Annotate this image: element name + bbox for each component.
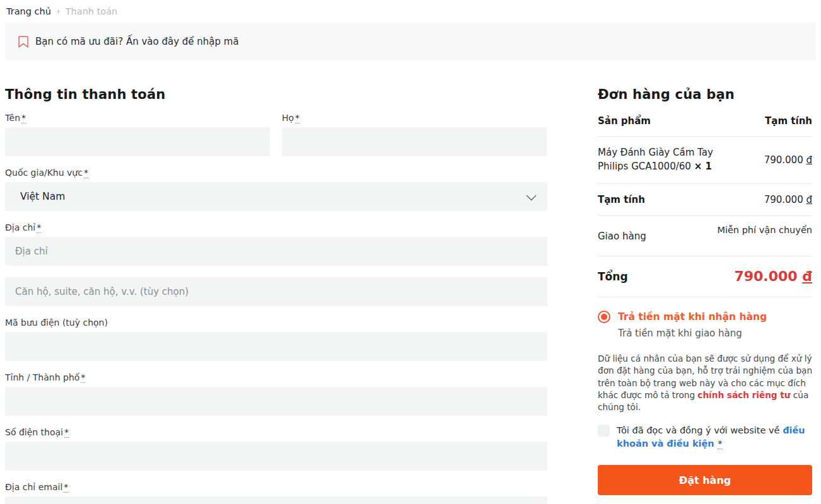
total-row: Tổng 790.000 đ: [598, 256, 812, 297]
currency-symbol: đ: [802, 268, 812, 284]
terms-text: Tôi đã đọc và đồng ý với website về điều…: [617, 424, 812, 450]
place-order-button[interactable]: Đặt hàng: [598, 465, 812, 495]
breadcrumb-current: Thanh toán: [66, 6, 118, 16]
required-mark: *: [295, 113, 300, 123]
product-quantity: × 1: [694, 161, 712, 172]
postcode-input[interactable]: [5, 332, 547, 361]
product-price: 790.000 đ: [764, 154, 812, 166]
currency-symbol: đ: [806, 194, 812, 205]
coupon-notice-bar[interactable]: Bạn có mã ưu đãi? Ấn vào đây để nhập mã: [5, 23, 816, 60]
first-name-input[interactable]: [5, 127, 270, 156]
country-select[interactable]: Việt Nam: [5, 182, 547, 211]
required-mark: *: [21, 113, 26, 123]
product-column-header: Sản phẩm: [598, 115, 651, 127]
cod-label[interactable]: Trả tiền mặt khi nhận hàng: [618, 311, 767, 323]
currency-symbol: đ: [806, 154, 812, 166]
payment-section: Trả tiền mặt khi nhận hàng Trả tiền mặt …: [598, 297, 812, 495]
address2-group: [5, 277, 547, 306]
subtotal-label: Tạm tính: [598, 194, 645, 205]
last-name-label: Họ*: [282, 113, 547, 123]
first-name-label: Tên*: [5, 113, 270, 123]
coupon-notice-text[interactable]: Bạn có mã ưu đãi? Ấn vào đây để nhập mã: [35, 36, 239, 47]
required-mark: *: [718, 438, 722, 449]
cod-radio[interactable]: [598, 311, 610, 323]
bookmark-icon: [18, 36, 28, 48]
privacy-notice: Dữ liệu cá nhân của bạn sẽ được sử dụng …: [598, 353, 812, 413]
breadcrumb-separator-icon: ›: [57, 7, 60, 16]
address-line2-input[interactable]: [5, 277, 547, 306]
first-name-group: Tên*: [5, 113, 270, 156]
shipping-row: Giao hàng Miễn phí vận chuyển: [598, 216, 812, 256]
required-mark: *: [37, 222, 41, 233]
chevron-down-icon: [527, 190, 537, 200]
subtotal-column-header: Tạm tính: [765, 115, 812, 127]
order-product-row: Máy Đánh Giày Cầm Tay Philips GCA1000/60…: [598, 137, 812, 184]
subtotal-price: 790.000 đ: [764, 194, 812, 205]
order-table-header: Sản phẩm Tạm tính: [598, 115, 812, 137]
address-label: Địa chỉ*: [5, 222, 547, 232]
subtotal-row: Tạm tính 790.000 đ: [598, 184, 812, 216]
product-name: Máy Đánh Giày Cầm Tay Philips GCA1000/60…: [598, 146, 714, 173]
city-label: Tỉnh / Thành phố*: [5, 372, 547, 382]
billing-section: Thông tin thanh toán Tên* Họ* Qu: [5, 87, 547, 504]
country-label: Quốc gia/Khu vực*: [5, 168, 547, 178]
privacy-policy-link[interactable]: chính sách riêng tư: [697, 390, 790, 400]
terms-checkbox[interactable]: [598, 425, 610, 437]
country-selected-value: Việt Nam: [20, 191, 65, 202]
city-input[interactable]: [5, 387, 547, 416]
required-mark: *: [64, 482, 68, 493]
shipping-method-value: Miễn phí vận chuyển: [717, 225, 812, 235]
payment-method-cod[interactable]: Trả tiền mặt khi nhận hàng: [598, 311, 812, 323]
breadcrumb-home-link[interactable]: Trang chủ: [6, 6, 51, 16]
last-name-group: Họ*: [282, 113, 547, 156]
checkout-page: Trang chủ › Thanh toán Bạn có mã ưu đãi?…: [0, 0, 821, 504]
terms-row: Tôi đã đọc và đồng ý với website về điều…: [598, 424, 812, 450]
total-price: 790.000 đ: [734, 268, 812, 284]
email-input[interactable]: [5, 496, 547, 504]
city-group: Tỉnh / Thành phố*: [5, 372, 547, 416]
breadcrumb: Trang chủ › Thanh toán: [5, 5, 816, 23]
billing-title: Thông tin thanh toán: [5, 87, 547, 102]
total-label: Tổng: [598, 270, 628, 283]
address-line1-input[interactable]: [5, 237, 547, 266]
postcode-group: Mã bưu điện (tuỳ chọn): [5, 318, 547, 361]
required-mark: *: [81, 372, 85, 383]
address-group: Địa chỉ*: [5, 222, 547, 266]
country-group: Quốc gia/Khu vực* Việt Nam: [5, 168, 547, 211]
cod-description: Trả tiền mặt khi giao hàng: [618, 328, 812, 339]
last-name-input[interactable]: [282, 127, 547, 156]
shipping-label: Giao hàng: [598, 231, 646, 242]
email-group: Địa chỉ email*: [5, 482, 547, 504]
order-summary-title: Đơn hàng của bạn: [598, 87, 812, 102]
phone-label: Số điện thoại*: [5, 427, 547, 437]
required-mark: *: [64, 427, 69, 438]
postcode-label: Mã bưu điện (tuỳ chọn): [5, 318, 547, 328]
phone-group: Số điện thoại*: [5, 427, 547, 471]
phone-input[interactable]: [5, 442, 547, 471]
email-label: Địa chỉ email*: [5, 482, 547, 492]
required-mark: *: [84, 168, 88, 178]
order-summary-section: Đơn hàng của bạn Sản phẩm Tạm tính Máy Đ…: [598, 87, 812, 495]
